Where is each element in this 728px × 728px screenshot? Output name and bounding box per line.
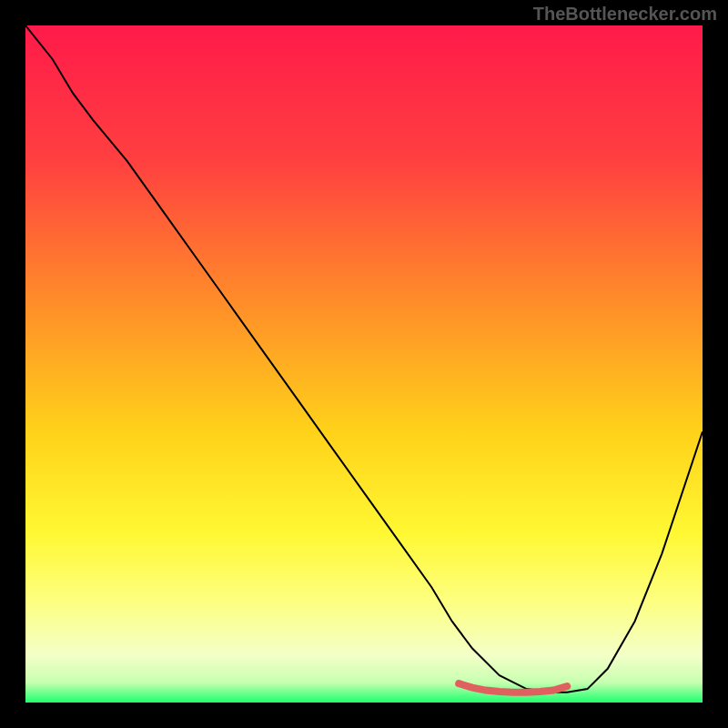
gradient-background bbox=[25, 25, 703, 703]
chart-svg bbox=[25, 25, 703, 703]
watermark-text: TheBottlenecker.com bbox=[533, 4, 717, 25]
chart-plot-area bbox=[25, 25, 703, 703]
